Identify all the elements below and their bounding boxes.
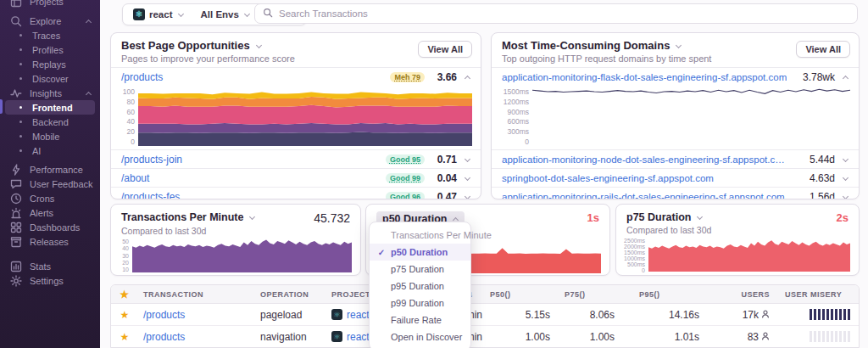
p50-cell: 1.00s: [486, 331, 554, 343]
opportunity-row[interactable]: /products-join Good 95 0.71: [111, 149, 481, 168]
menu-item-transactions-per-minute[interactable]: Transactions Per Minute: [370, 227, 470, 244]
menu-item-p75-duration[interactable]: p75 Duration: [370, 261, 470, 278]
sidebar-item-settings[interactable]: Settings: [5, 273, 95, 288]
domain-link[interactable]: application-monitoring-rails-dot-sales-e…: [502, 192, 785, 200]
sidebar-item-backend[interactable]: Backend: [5, 115, 95, 129]
operation-cell: pageload: [260, 309, 331, 321]
p50-cell: 5.15s: [486, 309, 554, 321]
transaction-link[interactable]: /products-fes: [121, 191, 180, 200]
menu-item-p99-duration[interactable]: p99 Duration: [370, 295, 470, 312]
environment-filter[interactable]: All Envs: [201, 9, 250, 20]
domain-row[interactable]: application-monitoring-node-dot-sales-en…: [492, 149, 859, 168]
menu-item-open-in-discover[interactable]: Open in Discover: [370, 328, 470, 345]
sidebar-item-releases[interactable]: Releases: [5, 234, 95, 249]
react-logo-icon: ⚛: [331, 331, 342, 342]
dashboard-grid-icon: [9, 221, 23, 234]
sidebar-item-profiles[interactable]: Profiles: [5, 42, 95, 57]
sidebar-item-discover[interactable]: Discover: [5, 71, 95, 86]
column-header-user-misery[interactable]: USER MISERY: [774, 290, 860, 299]
score-badge[interactable]: Good 99: [386, 173, 425, 183]
score-badge[interactable]: Meh 79: [390, 72, 425, 82]
opportunity-featured-row[interactable]: /products Meh 79 3.66: [111, 67, 481, 86]
column-header-operation[interactable]: OPERATION: [260, 290, 331, 299]
domain-time-value: 5.44d: [801, 154, 835, 166]
chevron-up-icon[interactable]: [842, 74, 849, 81]
column-header-p95[interactable]: P95(): [618, 290, 703, 299]
star-icon[interactable]: ★: [120, 309, 130, 321]
opportunity-row[interactable]: /about Good 99 0.04: [111, 168, 481, 187]
opportunity-value: 3.66: [431, 71, 457, 83]
domain-link[interactable]: application-monitoring-node-dot-sales-en…: [502, 154, 787, 165]
domain-featured-row[interactable]: application-monitoring-flask-dot-sales-e…: [492, 67, 859, 86]
sidebar-item-insights[interactable]: Insights: [5, 86, 95, 100]
sidebar-item-alerts[interactable]: Alerts: [5, 205, 95, 220]
sidebar-item-traces[interactable]: Traces: [5, 28, 95, 42]
chevron-down-icon[interactable]: [464, 156, 470, 163]
menu-item-failure-rate[interactable]: Failure Rate: [370, 312, 470, 328]
chevron-down-icon: [696, 214, 703, 221]
metric-subtitle: Compared to last 30d: [111, 226, 360, 236]
column-header-users[interactable]: USERS: [703, 290, 774, 299]
column-header-transaction[interactable]: TRANSACTION: [138, 290, 260, 299]
user-misery-bars: [810, 331, 850, 342]
star-icon[interactable]: ★: [120, 289, 129, 300]
project-link[interactable]: react: [347, 309, 370, 321]
menu-item-p50-duration[interactable]: ✓p50 Duration: [370, 244, 470, 261]
sidebar-item-explore[interactable]: Explore: [5, 14, 95, 28]
menu-item-p95-duration[interactable]: p95 Duration: [370, 278, 470, 295]
domain-link[interactable]: springboot-dot-sales-engineering-sf.apps…: [502, 173, 714, 183]
chevron-down-icon[interactable]: [842, 194, 849, 200]
transaction-link[interactable]: /products: [121, 71, 163, 83]
sidebar-item-stats[interactable]: Stats: [5, 259, 95, 273]
sidebar-item-projects[interactable]: Projects: [5, 0, 95, 8]
view-all-button[interactable]: View All: [796, 41, 850, 58]
score-badge[interactable]: Good 96: [386, 192, 425, 200]
chevron-down-icon[interactable]: [464, 194, 470, 200]
environment-filter-label: All Envs: [201, 9, 239, 20]
transaction-link[interactable]: /products: [143, 331, 185, 343]
view-all-button[interactable]: View All: [418, 41, 472, 58]
opportunity-value: 0.47: [431, 191, 457, 200]
sidebar-item-mobile[interactable]: Mobile: [5, 129, 95, 143]
lightning-icon: [9, 163, 23, 177]
active-item-accent-bar: [0, 99, 3, 114]
transaction-link[interactable]: /products: [143, 309, 185, 321]
star-icon[interactable]: ★: [120, 331, 130, 343]
project-filter[interactable]: ⚛ react: [133, 8, 184, 20]
metric-title: Transactions Per Minute: [121, 211, 243, 223]
transaction-link[interactable]: /products-join: [121, 154, 182, 166]
chevron-down-icon[interactable]: [842, 156, 849, 163]
chevron-down-icon[interactable]: [842, 175, 849, 182]
search-input[interactable]: Search Transactions: [254, 3, 858, 24]
sidebar-item-label: Projects: [30, 0, 64, 7]
chart-y-axis: 1500ms1200ms900ms600ms300ms0: [500, 87, 532, 146]
column-header-p75[interactable]: P75(): [554, 290, 618, 299]
chevron-up-icon[interactable]: [464, 74, 470, 81]
bullet-icon: [19, 48, 22, 51]
domain-row[interactable]: springboot-dot-sales-engineering-sf.apps…: [492, 168, 859, 187]
metric-value: 1s: [587, 211, 599, 224]
project-link[interactable]: react: [347, 331, 370, 343]
sidebar-item-performance[interactable]: Performance: [5, 162, 95, 177]
score-badge[interactable]: Good 95: [386, 154, 425, 165]
transactions-table: ★ TRANSACTION OPERATION PROJECT ↓ P50() …: [110, 284, 860, 348]
domain-link[interactable]: application-monitoring-flask-dot-sales-e…: [502, 72, 787, 82]
sidebar-item-crons[interactable]: Crons: [5, 191, 95, 205]
opportunity-row[interactable]: /products-fes Good 96 0.47: [111, 187, 481, 199]
domain-row[interactable]: application-monitoring-rails-dot-sales-e…: [492, 187, 859, 199]
metric-title-row[interactable]: p75 Duration: [626, 211, 703, 223]
panel-header: Best Page Opportunities Pages to improve…: [111, 33, 481, 67]
sidebar-item-ai[interactable]: AI: [5, 143, 95, 158]
sidebar-item-dashboards[interactable]: Dashboards: [5, 220, 95, 234]
sidebar-item-user-feedback[interactable]: User Feedback: [5, 177, 95, 191]
sidebar-item-frontend[interactable]: Frontend: [5, 100, 95, 115]
sidebar-item-replays[interactable]: Replays: [5, 57, 95, 71]
chevron-down-icon[interactable]: [464, 175, 470, 182]
metric-title-row[interactable]: Transactions Per Minute: [121, 211, 255, 223]
table-row[interactable]: ★ /products pageload ⚛react /min 5.15s 8…: [111, 304, 859, 326]
transaction-link[interactable]: /about: [121, 172, 149, 184]
column-header-p50[interactable]: P50(): [486, 290, 554, 299]
chart-y-axis: 2500ms2000ms1500ms1000ms500ms0: [625, 238, 648, 272]
chevron-down-icon: [248, 214, 255, 221]
table-row[interactable]: ★ /products navigation ⚛react /min 1.00s…: [111, 326, 859, 348]
